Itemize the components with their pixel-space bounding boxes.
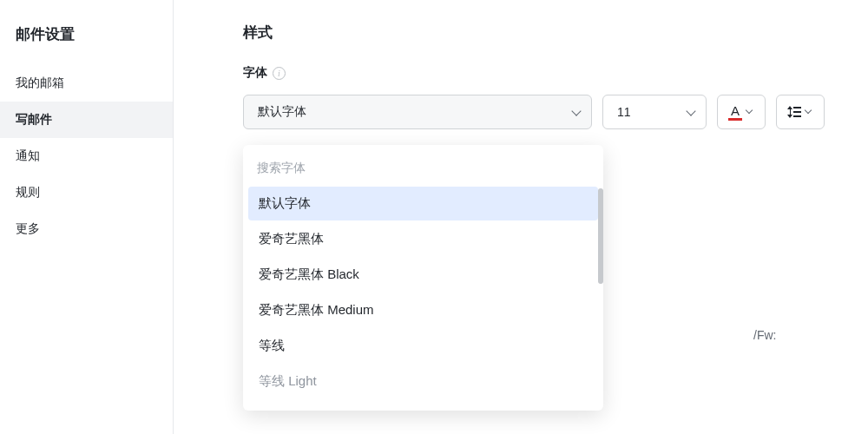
font-search-input[interactable] xyxy=(253,155,593,180)
font-label-text: 字体 xyxy=(243,65,267,81)
background-text-fragment: /Fw: xyxy=(753,328,776,342)
font-search-row xyxy=(243,150,603,183)
settings-sidebar: 邮件设置 我的邮箱 写邮件 通知 规则 更多 xyxy=(0,0,174,434)
sidebar-item-compose[interactable]: 写邮件 xyxy=(0,102,173,138)
font-size-value: 11 xyxy=(617,105,631,119)
scrollbar-thumb[interactable] xyxy=(598,188,603,284)
text-color-button[interactable]: A xyxy=(717,95,766,129)
font-option-iqiyi-hei[interactable]: 爱奇艺黑体 xyxy=(248,222,598,256)
sidebar-title: 邮件设置 xyxy=(0,24,173,65)
font-dropdown-panel: 默认字体 爱奇艺黑体 爱奇艺黑体 Black 爱奇艺黑体 Medium 等线 等… xyxy=(243,145,603,411)
sidebar-item-notifications[interactable]: 通知 xyxy=(0,138,173,174)
font-family-select[interactable]: 默认字体 xyxy=(243,95,592,129)
font-option-dengxian[interactable]: 等线 xyxy=(248,329,598,363)
font-size-select[interactable]: 11 xyxy=(602,95,707,129)
sidebar-item-my-mailbox[interactable]: 我的邮箱 xyxy=(0,65,173,102)
sidebar-item-more[interactable]: 更多 xyxy=(0,211,173,247)
font-option-iqiyi-hei-black[interactable]: 爱奇艺黑体 Black xyxy=(248,258,598,292)
font-option-dengxian-light[interactable]: 等线 Light xyxy=(248,365,598,398)
chevron-down-icon xyxy=(687,108,695,116)
chevron-down-icon xyxy=(746,108,754,116)
sidebar-item-rules[interactable]: 规则 xyxy=(0,174,173,211)
font-field-label: 字体 i xyxy=(243,65,868,81)
font-family-value: 默认字体 xyxy=(258,104,306,120)
section-title-style: 样式 xyxy=(243,23,868,43)
main-content: 样式 字体 i 默认字体 11 A xyxy=(174,0,868,434)
chevron-down-icon xyxy=(805,108,813,116)
font-options-list: 默认字体 爱奇艺黑体 爱奇艺黑体 Black 爱奇艺黑体 Medium 等线 等… xyxy=(243,183,603,411)
info-icon[interactable]: i xyxy=(273,67,286,80)
font-option-default[interactable]: 默认字体 xyxy=(248,187,598,220)
font-option-iqiyi-hei-medium[interactable]: 爱奇艺黑体 Medium xyxy=(248,293,598,327)
line-spacing-icon xyxy=(787,106,801,118)
chevron-down-icon xyxy=(572,108,581,116)
line-spacing-button[interactable] xyxy=(776,95,825,129)
text-color-icon: A xyxy=(728,104,742,121)
font-controls-row: 默认字体 11 A xyxy=(243,95,868,129)
